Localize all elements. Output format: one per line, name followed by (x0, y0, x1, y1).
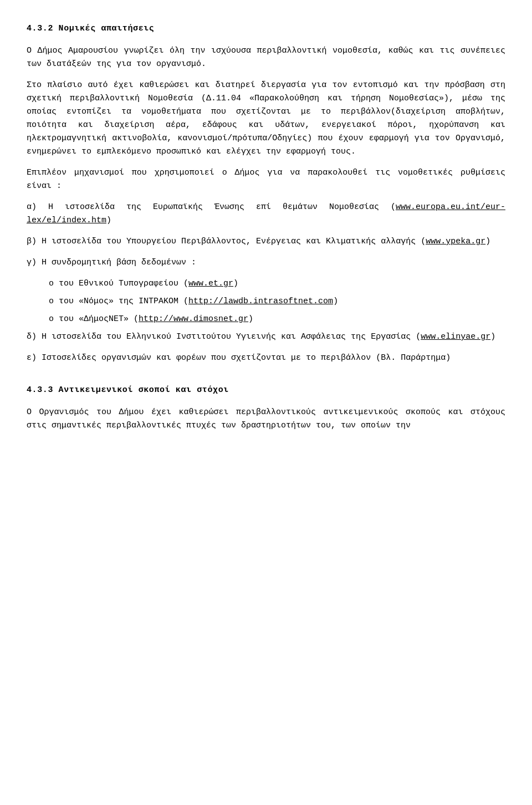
section-432-heading: 4.3.2 Νομικές απαιτήσεις (27, 22, 505, 35)
bullet-3-label: ο (49, 314, 54, 324)
bullet-1-text: του Εθνικού Τυπογραφείου ( (59, 279, 188, 288)
bullet-2-text-end: ) (333, 297, 338, 306)
alpha-e-item: ε) Ιστοσελίδες οργανισμών και φορέων που… (27, 351, 505, 365)
bullet-2-item: ο του «Νόμος» της INTPAKOM (http://lawdb… (49, 295, 505, 308)
alpha-a-text-main: Η ιστοσελίδα της Ευρωπαϊκής Ένωσης επί θ… (48, 202, 396, 212)
section-432-p3: Επιπλέον μηχανισμοί που χρησιμοποιεί ο Δ… (27, 166, 505, 193)
alpha-b-label: β) (27, 237, 37, 246)
alpha-d-link[interactable]: www.elinyae.gr (421, 332, 490, 342)
alpha-b-item: β) Η ιστοσελίδα του Υπουργείου Περιβάλλο… (27, 235, 505, 248)
alpha-e-label: ε) (27, 353, 37, 363)
section-spacer (27, 373, 505, 384)
alpha-d-text-end: ) (490, 332, 495, 342)
bullet-2-label: ο (49, 297, 54, 306)
bullet-2-text: του «Νόμος» της INTPAKOM ( (59, 297, 188, 306)
alpha-d-label: δ) (27, 332, 37, 342)
bullet-1-text-end: ) (233, 279, 238, 288)
alpha-d-text: Η ιστοσελίδα του Ελληνικού Ινστιτούτου Υ… (42, 332, 421, 342)
alpha-a-label: α) (27, 202, 37, 212)
alpha-g-text: Η συνδρομητική βάση δεδομένων : (42, 258, 196, 267)
alpha-e-text: Ιστοσελίδες οργανισμών και φορέων που σχ… (42, 353, 451, 363)
section-433-p1: Ο Οργανισμός του Δήμου έχει καθιερώσει π… (27, 406, 505, 432)
bullet-3-text: του «ΔήμοςNET» ( (59, 314, 139, 324)
alpha-b-link[interactable]: www.ypeka.gr (426, 237, 485, 246)
alpha-a-text-end: ) (106, 216, 111, 225)
alpha-g-item: γ) Η συνδρομητική βάση δεδομένων : (27, 256, 505, 269)
bullet-2-link[interactable]: http://lawdb.intrasoftnet.com (188, 297, 333, 306)
alpha-a-item: α) Η ιστοσελίδα της Ευρωπαϊκής Ένωσης επ… (27, 201, 505, 227)
section-432-p2: Στο πλαίσιο αυτό έχει καθιερώσει και δια… (27, 79, 505, 159)
section-433-heading: 4.3.3 Αντικειμενικοί σκοποί και στόχοι (27, 384, 505, 397)
bullet-1-link[interactable]: www.et.gr (188, 279, 233, 288)
bullet-3-text-end: ) (248, 314, 253, 324)
bullet-3-item: ο του «ΔήμοςNET» (http://www.dimosnet.gr… (49, 313, 505, 326)
section-432-p1: Ο Δήμος Αμαρουσίου γνωρίζει όλη την ισχύ… (27, 44, 505, 71)
bullet-1-label: ο (49, 279, 54, 288)
alpha-d-item: δ) Η ιστοσελίδα του Ελληνικού Ινστιτούτο… (27, 330, 505, 344)
bullet-1-item: ο του Εθνικού Τυπογραφείου (www.et.gr) (49, 277, 505, 291)
document-content: 4.3.2 Νομικές απαιτήσεις Ο Δήμος Αμαρουσ… (27, 22, 505, 432)
alpha-b-text-end: ) (485, 237, 490, 246)
alpha-b-text: Η ιστοσελίδα του Υπουργείου Περιβάλλοντο… (42, 237, 426, 246)
bullet-3-link[interactable]: http://www.dimosnet.gr (139, 314, 248, 324)
alpha-g-label: γ) (27, 258, 37, 267)
